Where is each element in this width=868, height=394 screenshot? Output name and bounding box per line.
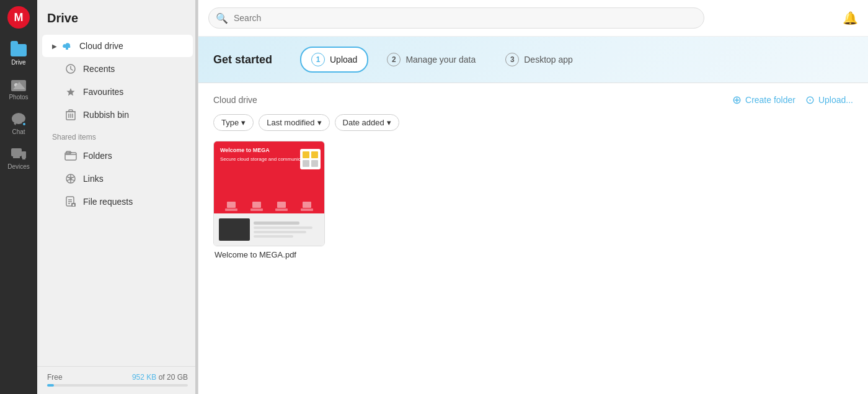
- sidebar-resize-handle[interactable]: [195, 0, 198, 394]
- svg-rect-8: [22, 158, 25, 159]
- recents-label: Recents: [83, 64, 115, 74]
- cloud-drive-icon: [61, 40, 73, 52]
- thumb-mini-screen: [219, 218, 250, 241]
- filter-last-modified-label: Last modified: [267, 118, 314, 127]
- thumb-bottom: [214, 213, 324, 246]
- chat-icon: [11, 113, 27, 127]
- sidebar-item-recents[interactable]: Recents: [42, 58, 193, 80]
- rubbish-bin-icon: [64, 109, 77, 121]
- file-thumbnail: Welcome to MEGASecure cloud storage and …: [213, 141, 325, 246]
- upload-icon: ⊙: [805, 93, 815, 107]
- step-2-num: 2: [387, 53, 401, 66]
- filters: Type ▾ Last modified ▾ Date added ▾: [213, 114, 853, 131]
- chat-notification-dot: [22, 122, 27, 127]
- filter-type[interactable]: Type ▾: [213, 114, 254, 131]
- banner-title: Get started: [213, 53, 288, 66]
- search-input[interactable]: [208, 7, 704, 29]
- thumb-icon-panel: [300, 149, 321, 169]
- sidebar-item-favourites[interactable]: Favourites: [42, 81, 193, 103]
- sidebar-item-links[interactable]: Links: [42, 168, 193, 190]
- thumb-text-lines: [254, 222, 319, 238]
- filter-last-modified[interactable]: Last modified ▾: [259, 114, 329, 131]
- notification-bell-icon[interactable]: 🔔: [843, 11, 858, 25]
- step-1-num: 1: [311, 53, 325, 66]
- upload-button[interactable]: ⊙ Upload...: [805, 93, 853, 107]
- filter-date-added-label: Date added: [343, 118, 384, 127]
- drive-icon: [11, 43, 27, 57]
- folders-label: Folders: [83, 151, 112, 161]
- thumb-mega-title: Welcome to MEGASecure cloud storage and …: [220, 146, 312, 163]
- free-label: Free: [47, 373, 63, 382]
- sidebar-title: Drive: [37, 0, 198, 32]
- svg-rect-7: [22, 151, 26, 158]
- filter-date-added-chevron: ▾: [387, 118, 391, 127]
- search-input-wrap: 🔍: [208, 7, 704, 29]
- main-content: 🔍 🔔 Get started 1 Upload 2 Manage your d…: [198, 0, 868, 394]
- sidebar-item-cloud-drive[interactable]: ▶ Cloud drive: [42, 35, 193, 57]
- favourites-icon: [64, 86, 77, 98]
- sidebar-item-rubbish-bin[interactable]: Rubbish bin: [42, 104, 193, 126]
- file-item[interactable]: Welcome to MEGASecure cloud storage and …: [213, 141, 325, 259]
- photos-icon: [11, 78, 27, 92]
- search-bar: 🔍 🔔: [198, 0, 868, 37]
- content-actions: ⊕ Create folder ⊙ Upload...: [732, 93, 853, 107]
- step-2-label: Manage your data: [405, 55, 476, 65]
- svg-rect-6: [13, 156, 20, 158]
- links-label: Links: [83, 174, 104, 184]
- svg-rect-13: [69, 110, 73, 112]
- banner-step-desktop[interactable]: 3 Desktop app: [494, 47, 584, 73]
- nav-item-chat[interactable]: Chat: [0, 108, 37, 140]
- sidebar: Drive ▶ Cloud drive Recents: [37, 0, 198, 394]
- svg-rect-5: [11, 148, 22, 156]
- storage-info: 952 KB of 20 GB: [132, 373, 188, 382]
- get-started-banner: Get started 1 Upload 2 Manage your data …: [198, 37, 868, 83]
- cloud-drive-label: Cloud drive: [79, 41, 123, 51]
- storage-used: 952 KB: [132, 373, 156, 382]
- filter-date-added[interactable]: Date added ▾: [335, 114, 399, 131]
- favourites-label: Favourites: [83, 87, 123, 97]
- create-folder-label: Create folder: [745, 95, 795, 105]
- links-icon: [64, 172, 77, 185]
- banner-steps: 1 Upload 2 Manage your data 3 Desktop ap…: [300, 47, 853, 73]
- upload-label: Upload...: [818, 95, 853, 105]
- folders-icon: [64, 150, 77, 162]
- filter-last-modified-chevron: ▾: [317, 118, 322, 127]
- nav-item-drive[interactable]: Drive: [0, 38, 37, 71]
- file-requests-icon: [64, 195, 77, 208]
- content-area: Cloud drive ⊕ Create folder ⊙ Upload... …: [198, 83, 868, 394]
- create-folder-icon: ⊕: [732, 93, 742, 107]
- step-3-label: Desktop app: [524, 55, 573, 65]
- content-title: Cloud drive: [213, 95, 257, 105]
- sidebar-items: ▶ Cloud drive Recents: [37, 32, 198, 366]
- step-1-label: Upload: [330, 55, 357, 65]
- svg-rect-9: [66, 47, 68, 50]
- sidebar-item-file-requests[interactable]: File requests: [42, 190, 193, 213]
- recents-icon: [64, 63, 77, 75]
- create-folder-button[interactable]: ⊕ Create folder: [732, 93, 795, 107]
- chevron-right-icon: ▶: [52, 43, 57, 50]
- shared-items-label: Shared items: [42, 127, 193, 144]
- banner-step-upload[interactable]: 1 Upload: [300, 47, 368, 73]
- storage-total: of 20 GB: [159, 373, 188, 382]
- storage-bar: [47, 384, 188, 387]
- file-requests-label: File requests: [83, 197, 133, 207]
- rubbish-bin-label: Rubbish bin: [83, 110, 129, 120]
- banner-step-manage[interactable]: 2 Manage your data: [376, 47, 487, 73]
- file-grid: Welcome to MEGASecure cloud storage and …: [213, 141, 853, 259]
- icon-nav: M Drive Photos Chat: [0, 0, 37, 394]
- nav-item-devices[interactable]: Devices: [0, 143, 37, 175]
- nav-item-photos[interactable]: Photos: [0, 73, 37, 105]
- filter-type-label: Type: [221, 118, 239, 127]
- storage-bar-fill: [47, 384, 54, 387]
- thumb-icons-row: [214, 199, 324, 213]
- mega-logo[interactable]: M: [7, 6, 30, 29]
- filter-type-chevron: ▾: [241, 118, 246, 127]
- devices-icon: [11, 148, 27, 161]
- content-header: Cloud drive ⊕ Create folder ⊙ Upload...: [213, 93, 853, 107]
- search-icon: 🔍: [216, 12, 228, 24]
- step-3-num: 3: [505, 53, 519, 66]
- sidebar-item-folders[interactable]: Folders: [42, 145, 193, 167]
- sidebar-footer: Free 952 KB of 20 GB: [37, 366, 198, 394]
- file-name: Welcome to MEGA.pdf: [213, 246, 325, 259]
